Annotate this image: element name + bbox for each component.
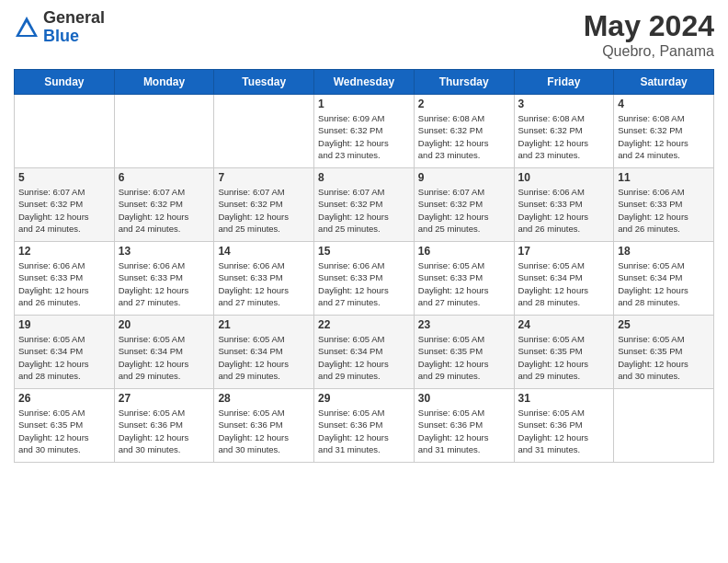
calendar-cell: 26Sunrise: 6:05 AM Sunset: 6:35 PM Dayli…: [15, 389, 115, 463]
day-number: 1: [318, 98, 410, 110]
calendar-week-row: 26Sunrise: 6:05 AM Sunset: 6:35 PM Dayli…: [15, 389, 714, 463]
day-info: Sunrise: 6:05 AM Sunset: 6:34 PM Dayligh…: [119, 333, 210, 382]
day-info: Sunrise: 6:08 AM Sunset: 6:32 PM Dayligh…: [418, 112, 510, 161]
day-info: Sunrise: 6:05 AM Sunset: 6:34 PM Dayligh…: [218, 333, 310, 382]
logo-icon: [14, 15, 40, 40]
day-info: Sunrise: 6:05 AM Sunset: 6:36 PM Dayligh…: [418, 407, 510, 455]
day-info: Sunrise: 6:05 AM Sunset: 6:36 PM Dayligh…: [119, 407, 210, 455]
calendar-cell: 22Sunrise: 6:05 AM Sunset: 6:34 PM Dayli…: [314, 316, 415, 389]
day-info: Sunrise: 6:06 AM Sunset: 6:33 PM Dayligh…: [119, 259, 210, 308]
day-number: 14: [218, 245, 310, 258]
day-number: 10: [518, 171, 610, 184]
calendar-cell: 4Sunrise: 6:08 AM Sunset: 6:32 PM Daylig…: [614, 95, 714, 168]
day-info: Sunrise: 6:06 AM Sunset: 6:33 PM Dayligh…: [318, 259, 410, 308]
day-info: Sunrise: 6:09 AM Sunset: 6:32 PM Dayligh…: [318, 112, 410, 161]
day-header-monday: Monday: [114, 70, 214, 95]
day-header-wednesday: Wednesday: [314, 70, 415, 95]
day-info: Sunrise: 6:05 AM Sunset: 6:35 PM Dayligh…: [418, 333, 510, 382]
day-number: 11: [618, 171, 710, 184]
day-number: 5: [18, 171, 110, 184]
day-info: Sunrise: 6:06 AM Sunset: 6:33 PM Dayligh…: [518, 186, 610, 235]
calendar-cell: 5Sunrise: 6:07 AM Sunset: 6:32 PM Daylig…: [15, 168, 115, 242]
day-info: Sunrise: 6:07 AM Sunset: 6:32 PM Dayligh…: [318, 186, 410, 235]
day-header-sunday: Sunday: [15, 70, 115, 95]
day-info: Sunrise: 6:05 AM Sunset: 6:35 PM Dayligh…: [518, 333, 610, 382]
day-number: 19: [18, 318, 110, 331]
calendar-cell: 25Sunrise: 6:05 AM Sunset: 6:35 PM Dayli…: [614, 316, 714, 389]
calendar-cell: 15Sunrise: 6:06 AM Sunset: 6:33 PM Dayli…: [314, 242, 415, 316]
day-info: Sunrise: 6:07 AM Sunset: 6:32 PM Dayligh…: [119, 186, 210, 235]
calendar-cell: 28Sunrise: 6:05 AM Sunset: 6:36 PM Dayli…: [214, 389, 314, 463]
day-number: 13: [119, 245, 210, 258]
calendar-cell: 6Sunrise: 6:07 AM Sunset: 6:32 PM Daylig…: [114, 168, 214, 242]
day-info: Sunrise: 6:05 AM Sunset: 6:34 PM Dayligh…: [318, 333, 410, 382]
calendar-cell: 18Sunrise: 6:05 AM Sunset: 6:34 PM Dayli…: [614, 242, 714, 316]
day-number: 28: [218, 392, 310, 405]
day-number: 17: [518, 245, 610, 258]
calendar-cell: 16Sunrise: 6:05 AM Sunset: 6:33 PM Dayli…: [414, 242, 514, 316]
day-number: 22: [318, 318, 410, 331]
calendar-cell: 27Sunrise: 6:05 AM Sunset: 6:36 PM Dayli…: [114, 389, 214, 463]
day-info: Sunrise: 6:05 AM Sunset: 6:34 PM Dayligh…: [518, 259, 610, 308]
calendar-week-row: 19Sunrise: 6:05 AM Sunset: 6:34 PM Dayli…: [15, 316, 714, 389]
calendar-cell: 29Sunrise: 6:05 AM Sunset: 6:36 PM Dayli…: [314, 389, 415, 463]
calendar-cell: [614, 389, 714, 463]
day-header-saturday: Saturday: [614, 70, 714, 95]
day-number: 25: [618, 318, 710, 331]
day-info: Sunrise: 6:08 AM Sunset: 6:32 PM Dayligh…: [618, 112, 710, 161]
location: Quebro, Panama: [584, 43, 714, 60]
day-number: 29: [318, 392, 410, 405]
day-info: Sunrise: 6:05 AM Sunset: 6:36 PM Dayligh…: [518, 407, 610, 455]
day-info: Sunrise: 6:07 AM Sunset: 6:32 PM Dayligh…: [418, 186, 510, 235]
day-info: Sunrise: 6:05 AM Sunset: 6:34 PM Dayligh…: [618, 259, 710, 308]
calendar-cell: [114, 95, 214, 168]
calendar-cell: 1Sunrise: 6:09 AM Sunset: 6:32 PM Daylig…: [314, 95, 415, 168]
day-number: 2: [418, 98, 510, 110]
calendar-cell: 20Sunrise: 6:05 AM Sunset: 6:34 PM Dayli…: [114, 316, 214, 389]
day-info: Sunrise: 6:05 AM Sunset: 6:35 PM Dayligh…: [618, 333, 710, 382]
day-number: 23: [418, 318, 510, 331]
day-number: 31: [518, 392, 610, 405]
calendar-cell: 31Sunrise: 6:05 AM Sunset: 6:36 PM Dayli…: [514, 389, 614, 463]
calendar-cell: 30Sunrise: 6:05 AM Sunset: 6:36 PM Dayli…: [414, 389, 514, 463]
day-number: 4: [618, 98, 710, 110]
calendar-cell: 24Sunrise: 6:05 AM Sunset: 6:35 PM Dayli…: [514, 316, 614, 389]
day-info: Sunrise: 6:05 AM Sunset: 6:33 PM Dayligh…: [418, 259, 510, 308]
day-info: Sunrise: 6:06 AM Sunset: 6:33 PM Dayligh…: [218, 259, 310, 308]
day-number: 15: [318, 245, 410, 258]
day-header-friday: Friday: [514, 70, 614, 95]
calendar-cell: 3Sunrise: 6:08 AM Sunset: 6:32 PM Daylig…: [514, 95, 614, 168]
logo: General Blue: [14, 9, 105, 46]
calendar-cell: 11Sunrise: 6:06 AM Sunset: 6:33 PM Dayli…: [614, 168, 714, 242]
day-info: Sunrise: 6:05 AM Sunset: 6:35 PM Dayligh…: [18, 407, 110, 455]
calendar-cell: [214, 95, 314, 168]
calendar: SundayMondayTuesdayWednesdayThursdayFrid…: [14, 69, 714, 463]
calendar-week-row: 1Sunrise: 6:09 AM Sunset: 6:32 PM Daylig…: [15, 95, 714, 168]
calendar-cell: 10Sunrise: 6:06 AM Sunset: 6:33 PM Dayli…: [514, 168, 614, 242]
calendar-cell: 23Sunrise: 6:05 AM Sunset: 6:35 PM Dayli…: [414, 316, 514, 389]
day-info: Sunrise: 6:08 AM Sunset: 6:32 PM Dayligh…: [518, 112, 610, 161]
calendar-header-row: SundayMondayTuesdayWednesdayThursdayFrid…: [15, 70, 714, 95]
day-info: Sunrise: 6:05 AM Sunset: 6:34 PM Dayligh…: [18, 333, 110, 382]
day-info: Sunrise: 6:07 AM Sunset: 6:32 PM Dayligh…: [18, 186, 110, 235]
page: General Blue May 2024 Quebro, Panama Sun…: [0, 0, 728, 563]
day-number: 12: [18, 245, 110, 258]
day-number: 26: [18, 392, 110, 405]
day-info: Sunrise: 6:05 AM Sunset: 6:36 PM Dayligh…: [318, 407, 410, 455]
calendar-cell: 14Sunrise: 6:06 AM Sunset: 6:33 PM Dayli…: [214, 242, 314, 316]
calendar-cell: 17Sunrise: 6:05 AM Sunset: 6:34 PM Dayli…: [514, 242, 614, 316]
calendar-cell: 19Sunrise: 6:05 AM Sunset: 6:34 PM Dayli…: [15, 316, 115, 389]
day-number: 6: [119, 171, 210, 184]
calendar-cell: 13Sunrise: 6:06 AM Sunset: 6:33 PM Dayli…: [114, 242, 214, 316]
day-info: Sunrise: 6:06 AM Sunset: 6:33 PM Dayligh…: [618, 186, 710, 235]
calendar-cell: 21Sunrise: 6:05 AM Sunset: 6:34 PM Dayli…: [214, 316, 314, 389]
day-header-thursday: Thursday: [414, 70, 514, 95]
day-number: 9: [418, 171, 510, 184]
day-number: 8: [318, 171, 410, 184]
logo-blue: Blue: [43, 28, 105, 46]
calendar-cell: [15, 95, 115, 168]
day-header-tuesday: Tuesday: [214, 70, 314, 95]
logo-text: General Blue: [43, 9, 105, 46]
calendar-cell: 2Sunrise: 6:08 AM Sunset: 6:32 PM Daylig…: [414, 95, 514, 168]
calendar-cell: 7Sunrise: 6:07 AM Sunset: 6:32 PM Daylig…: [214, 168, 314, 242]
